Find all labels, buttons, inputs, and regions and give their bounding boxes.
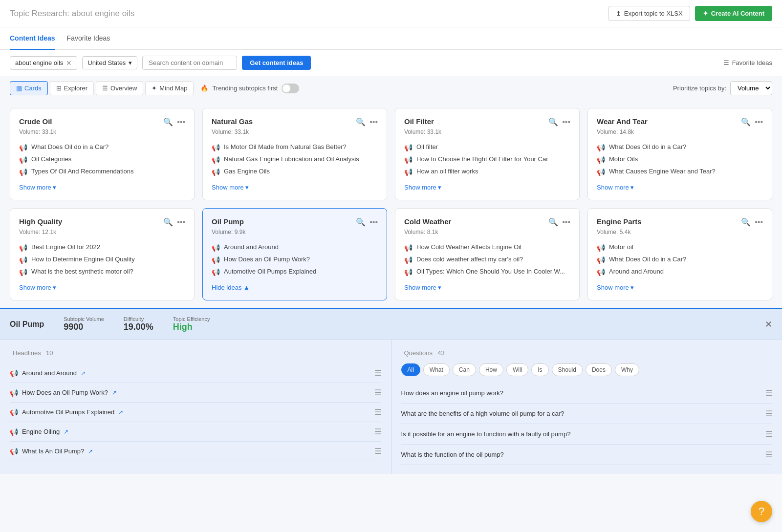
question-filter-will[interactable]: Will [506, 363, 528, 376]
headline-menu-icon[interactable]: ☰ [374, 427, 381, 436]
create-label: Create AI Content [711, 10, 764, 17]
card-more-icon[interactable]: ••• [755, 218, 763, 227]
card-actions: 🔍 ••• [741, 217, 763, 227]
headline-menu-icon[interactable]: ☰ [374, 388, 381, 397]
question-filter-why[interactable]: Why [615, 363, 639, 376]
title-subtitle: about engine oils [72, 9, 135, 18]
show-more-button[interactable]: Show more ▾ [597, 184, 634, 191]
show-more-button[interactable]: Show more ▾ [19, 184, 56, 191]
card-engine-parts: Engine Parts 🔍 ••• Volume: 5.4k 📢 Motor … [587, 208, 772, 300]
page-title: Topic Research: about engine oils [10, 9, 134, 19]
card-more-icon[interactable]: ••• [177, 118, 185, 127]
top-actions: ↥ Export topic to XLSX ✦ Create AI Conte… [608, 6, 772, 21]
card-footer: Show more ▾ [404, 184, 570, 191]
external-link-icon[interactable]: ↗ [88, 448, 93, 455]
external-link-icon[interactable]: ↗ [81, 370, 86, 377]
card-search-icon[interactable]: 🔍 [741, 117, 751, 127]
headline-menu-icon[interactable]: ☰ [374, 447, 381, 456]
card-footer: Show more ▾ [404, 284, 570, 291]
tabs-row: Content Ideas Favorite Ideas [0, 27, 782, 50]
list-item: 📢 Best Engine Oil for 2022 [19, 243, 185, 252]
export-button[interactable]: ↥ Export topic to XLSX [608, 6, 690, 21]
list-item: 📢 How an oil filter works [404, 168, 570, 176]
view-bar: ▦ Cards ⊞ Explorer ☰ Overview ✦ Mind Map… [0, 76, 782, 100]
show-more-button[interactable]: Show more ▾ [19, 284, 56, 291]
card-search-icon[interactable]: 🔍 [548, 117, 558, 127]
question-filter-should[interactable]: Should [552, 363, 583, 376]
show-more-button[interactable]: Show more ▾ [597, 284, 634, 291]
headline-menu-icon[interactable]: ☰ [374, 368, 381, 378]
prioritize-select[interactable]: Volume [730, 81, 772, 95]
mindmap-view-icon: ✦ [152, 85, 157, 92]
prioritize-label: Prioritize topics by: [673, 85, 726, 92]
card-more-icon[interactable]: ••• [755, 118, 763, 127]
list-item: 📢 How to Determine Engine Oil Quality [19, 255, 185, 264]
card-more-icon[interactable]: ••• [369, 118, 378, 127]
question-filter-can[interactable]: Can [453, 363, 476, 376]
question-filter-what[interactable]: What [423, 363, 450, 376]
headline-menu-icon[interactable]: ☰ [374, 407, 381, 417]
show-more-button[interactable]: Show more ▾ [404, 184, 441, 191]
question-filter-all[interactable]: All [401, 363, 420, 376]
external-link-icon[interactable]: ↗ [112, 389, 117, 396]
card-volume: Volume: 12.1k [19, 229, 185, 235]
card-items: 📢 Best Engine Oil for 2022 📢 How to Dete… [19, 243, 185, 276]
questions-title: Questions 43 [401, 348, 773, 357]
tab-favorite-ideas[interactable]: Favorite Ideas [67, 27, 110, 50]
view-overview[interactable]: ☰ Overview [96, 81, 143, 95]
view-cards[interactable]: ▦ Cards [10, 81, 48, 95]
question-menu-icon[interactable]: ☰ [765, 409, 772, 418]
card-actions: 🔍 ••• [548, 217, 570, 227]
external-link-icon[interactable]: ↗ [118, 409, 123, 416]
question-menu-icon[interactable]: ☰ [765, 388, 772, 398]
chevron-down-icon: ▾ [129, 59, 132, 66]
trending-switch[interactable] [282, 84, 299, 93]
headline-item: 📢 What Is An Oil Pump? ↗ ☰ [10, 442, 381, 461]
card-title: Engine Parts [597, 217, 642, 226]
show-more-button[interactable]: Show more ▾ [212, 184, 249, 191]
question-filter-how[interactable]: How [479, 363, 503, 376]
favorite-ideas-link[interactable]: ☰ Favorite Ideas [723, 59, 772, 66]
question-menu-icon[interactable]: ☰ [765, 450, 772, 459]
subtopic-volume-value: 9900 [64, 322, 104, 332]
create-content-button[interactable]: ✦ Create AI Content [695, 6, 772, 21]
external-link-icon[interactable]: ↗ [64, 428, 68, 435]
list-item: 📢 Motor oil [597, 243, 763, 252]
list-item: 📢 Around and Around [597, 268, 763, 276]
card-search-icon[interactable]: 🔍 [741, 217, 751, 227]
megaphone-icon: 📢 [404, 144, 413, 151]
card-items: 📢 Oil filter 📢 How to Choose the Right O… [404, 143, 570, 176]
view-explorer[interactable]: ⊞ Explorer [50, 81, 94, 95]
question-filter-does[interactable]: Does [586, 363, 612, 376]
megaphone-icon: 📢 [212, 256, 220, 264]
card-more-icon[interactable]: ••• [562, 118, 570, 127]
show-more-button[interactable]: Hide ideas ▲ [212, 284, 250, 291]
tab-content-ideas[interactable]: Content Ideas [10, 27, 55, 50]
country-selector[interactable]: United States ▾ [82, 56, 137, 69]
megaphone-icon: 📢 [404, 168, 413, 176]
card-footer: Show more ▾ [19, 284, 185, 291]
question-menu-icon[interactable]: ☰ [765, 429, 772, 439]
card-more-icon[interactable]: ••• [369, 218, 378, 227]
search-tag-remove[interactable]: ✕ [66, 59, 72, 67]
card-title: High Quality [19, 217, 62, 226]
list-item: 📢 Does cold weather affect my car's oil? [404, 255, 570, 264]
card-more-icon[interactable]: ••• [177, 218, 185, 227]
card-more-icon[interactable]: ••• [562, 218, 570, 227]
megaphone-icon: 📢 [10, 428, 18, 436]
expanded-close-button[interactable]: ✕ [765, 319, 772, 330]
list-item: 📢 Around and Around [212, 243, 378, 252]
show-more-button[interactable]: Show more ▾ [404, 284, 441, 291]
megaphone-icon: 📢 [10, 389, 18, 397]
card-search-icon[interactable]: 🔍 [163, 217, 173, 227]
card-search-icon[interactable]: 🔍 [356, 117, 366, 127]
list-item: 📢 How Cold Weather Affects Engine Oil [404, 243, 570, 252]
question-filter-is[interactable]: Is [531, 363, 548, 376]
get-ideas-button[interactable]: Get content ideas [242, 56, 311, 70]
list-item: 📢 How Does an Oil Pump Work? [212, 255, 378, 264]
card-search-icon[interactable]: 🔍 [163, 117, 173, 127]
view-mindmap[interactable]: ✦ Mind Map [145, 81, 194, 95]
card-search-icon[interactable]: 🔍 [356, 217, 366, 227]
domain-input[interactable] [142, 56, 237, 70]
card-search-icon[interactable]: 🔍 [548, 217, 558, 227]
